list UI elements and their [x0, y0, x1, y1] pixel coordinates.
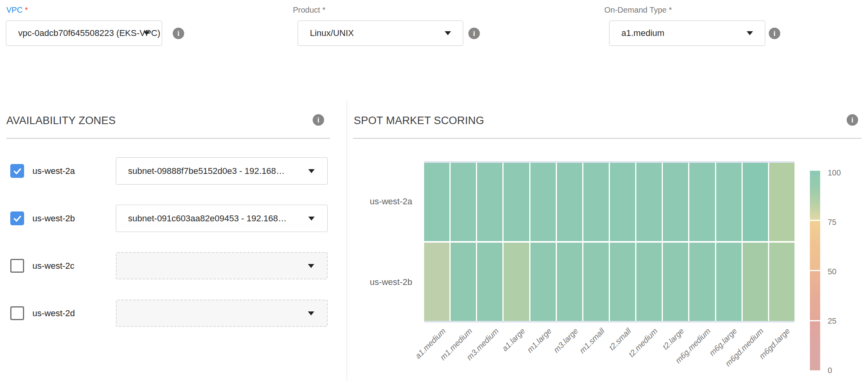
spot-market-scoring-info-icon[interactable]: i [847, 114, 858, 126]
colorbar-tick-label: 0 [828, 366, 855, 375]
zone-label: us-west-2a [32, 157, 75, 185]
chevron-down-icon [308, 217, 315, 221]
info-glyph: i [473, 29, 475, 38]
on-demand-type-select-value: a1.medium [609, 28, 664, 38]
availability-zone-row: us-west-2a subnet-09888f7be5152d0e3 - 19… [0, 157, 347, 185]
colorbar-segment [810, 271, 820, 320]
subnet-select[interactable] [116, 300, 328, 327]
spot-market-scoring-title: SPOT MARKET SCORING [354, 115, 484, 127]
availability-zones-info-icon[interactable]: i [313, 114, 324, 126]
heatmap-cell[interactable] [663, 243, 688, 321]
subnet-select[interactable] [116, 252, 328, 279]
zone-label: us-west-2d [32, 300, 75, 327]
spot-market-scoring-divider [353, 138, 862, 139]
availability-zone-row: us-west-2c [0, 252, 347, 279]
colorbar-tick-label: 75 [828, 217, 855, 227]
heatmap-cell[interactable] [451, 163, 476, 241]
heatmap-cell[interactable] [504, 163, 529, 241]
chevron-down-icon [747, 31, 753, 35]
y-axis-label: us-west-2a [364, 196, 412, 207]
spot-market-heatmap [424, 161, 794, 323]
chevron-down-icon [143, 31, 150, 35]
heatmap-cell[interactable] [451, 243, 476, 321]
product-select[interactable]: Linux/UNIX [298, 21, 463, 46]
colorbar-segment [810, 171, 820, 220]
vpc-select[interactable]: vpc-0adcb70f645508223 (EKS-VPC) [6, 21, 162, 46]
checkmark-icon [12, 213, 23, 224]
vpc-info-icon[interactable]: i [173, 28, 184, 39]
zone-checkbox[interactable] [10, 306, 24, 320]
heatmap-cell[interactable] [769, 243, 794, 321]
on-demand-type-select[interactable]: a1.medium [609, 21, 765, 46]
x-axis-label: a1.medium [357, 326, 447, 381]
chevron-down-icon [308, 169, 315, 173]
product-info-icon[interactable]: i [468, 28, 480, 39]
heatmap-cell[interactable] [636, 163, 662, 241]
heatmap-cell[interactable] [530, 243, 556, 321]
section-divider [347, 101, 347, 381]
heatmap-cell[interactable] [716, 163, 742, 241]
colorbar-tick-label: 50 [828, 267, 855, 276]
vpc-label: VPC * [6, 6, 28, 15]
availability-zone-row: us-west-2d [0, 300, 347, 327]
checkmark-icon [12, 166, 23, 176]
colorbar-tick-label: 25 [828, 316, 855, 326]
heatmap-grid [424, 163, 794, 321]
zone-checkbox[interactable] [10, 164, 24, 178]
heatmap-cell[interactable] [636, 243, 662, 321]
chevron-down-icon [308, 311, 314, 315]
colorbar [810, 171, 820, 370]
zone-checkbox[interactable] [10, 259, 24, 273]
info-glyph: i [851, 116, 853, 124]
chevron-down-icon [445, 31, 451, 35]
product-label-text: Product [293, 6, 320, 14]
on-demand-type-label: On-Demand Type * [604, 6, 672, 15]
heatmap-cell[interactable] [716, 243, 742, 321]
heatmap-cell[interactable] [663, 163, 688, 241]
subnet-select-value: subnet-09888f7be5152d0e3 - 192.168… [116, 166, 285, 176]
heatmap-cell[interactable] [504, 243, 529, 321]
info-glyph: i [177, 29, 179, 38]
vpc-select-value: vpc-0adcb70f645508223 (EKS-VPC) [6, 28, 160, 38]
heatmap-cell[interactable] [557, 243, 582, 321]
vpc-label-text: VPC [6, 6, 23, 14]
heatmap-cell[interactable] [610, 163, 635, 241]
heatmap-cell[interactable] [743, 163, 768, 241]
heatmap-cell[interactable] [557, 163, 582, 241]
heatmap-cell[interactable] [583, 163, 609, 241]
product-required-asterisk: * [323, 6, 326, 14]
product-label: Product * [293, 6, 325, 15]
product-select-value: Linux/UNIX [298, 28, 354, 38]
heatmap-cell[interactable] [530, 163, 556, 241]
heatmap-bg-strip [424, 321, 794, 323]
heatmap-cell[interactable] [583, 243, 609, 321]
chevron-down-icon [308, 264, 314, 268]
heatmap-cell[interactable] [689, 243, 715, 321]
heatmap-cell[interactable] [610, 243, 635, 321]
on-demand-type-label-text: On-Demand Type [604, 6, 667, 14]
heatmap-cell[interactable] [689, 163, 715, 241]
vpc-required-asterisk: * [25, 6, 28, 14]
heatmap-cell[interactable] [769, 163, 794, 241]
availability-zone-row: us-west-2b subnet-091c603aa82e09453 - 19… [0, 205, 347, 232]
colorbar-segment [810, 221, 820, 270]
subnet-select[interactable]: subnet-091c603aa82e09453 - 192.168… [116, 205, 328, 232]
on-demand-type-required-asterisk: * [669, 6, 672, 14]
heatmap-cell[interactable] [743, 243, 768, 321]
subnet-select-value: subnet-091c603aa82e09453 - 192.168… [116, 213, 287, 224]
heatmap-cell[interactable] [477, 243, 502, 321]
info-glyph: i [774, 29, 776, 38]
info-glyph: i [317, 116, 319, 124]
subnet-select[interactable]: subnet-09888f7be5152d0e3 - 192.168… [116, 157, 328, 185]
heatmap-cell[interactable] [424, 163, 449, 241]
y-axis-label: us-west-2b [364, 277, 412, 287]
colorbar-tick-label: 100 [828, 168, 855, 177]
zone-checkbox[interactable] [10, 211, 24, 225]
colorbar-segment [810, 321, 820, 370]
on-demand-type-info-icon[interactable]: i [769, 28, 780, 39]
zone-label: us-west-2b [32, 205, 75, 232]
heatmap-cell[interactable] [477, 163, 502, 241]
heatmap-cell[interactable] [424, 243, 449, 321]
availability-zones-divider [6, 138, 330, 139]
spot-instance-config-screen: VPC * vpc-0adcb70f645508223 (EKS-VPC) i … [0, 0, 868, 381]
